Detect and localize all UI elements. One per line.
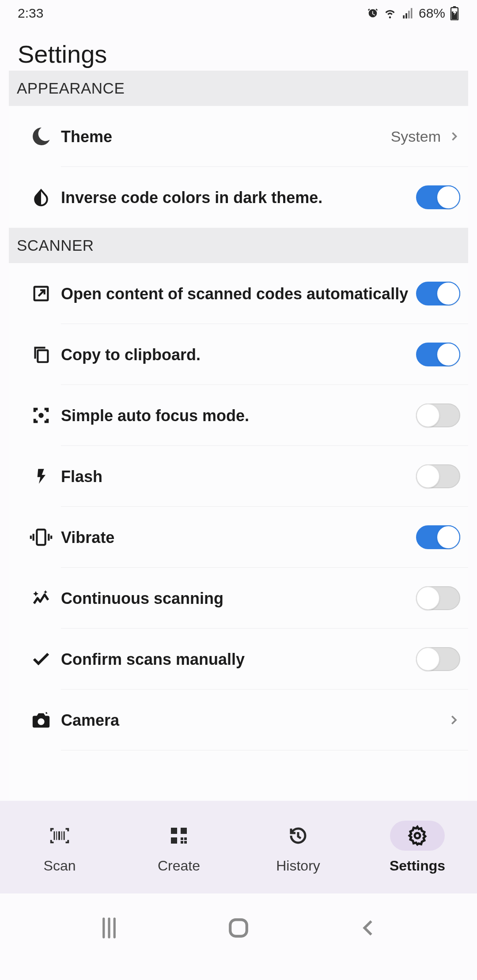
setting-simple-focus[interactable]: Simple auto focus mode. <box>9 385 468 446</box>
section-scanner: SCANNER <box>9 228 468 263</box>
home-icon <box>227 917 250 939</box>
nav-settings-label: Settings <box>390 858 445 874</box>
nav-scan[interactable]: Scan <box>0 801 119 893</box>
vibrate-toggle[interactable] <box>416 525 460 549</box>
setting-open-auto[interactable]: Open content of scanned codes automatica… <box>9 263 468 324</box>
camera-label: Camera <box>61 710 447 730</box>
svg-point-6 <box>39 720 43 724</box>
copy-toggle[interactable] <box>416 343 460 366</box>
wifi-icon <box>383 7 397 19</box>
chevron-right-icon <box>448 130 460 143</box>
nav-history-label: History <box>276 858 320 874</box>
svg-rect-8 <box>181 828 187 834</box>
camera-icon <box>21 710 61 730</box>
vibrate-icon <box>21 527 61 548</box>
alarm-icon <box>367 7 379 19</box>
svg-rect-12 <box>181 841 183 844</box>
open-external-icon <box>21 283 61 304</box>
open-auto-toggle[interactable] <box>416 282 460 305</box>
theme-value: System <box>391 128 441 145</box>
copy-label: Copy to clipboard. <box>61 345 416 365</box>
flash-toggle[interactable] <box>416 464 460 488</box>
nav-create-label: Create <box>158 858 200 874</box>
chevron-right-icon <box>447 713 460 727</box>
back-button[interactable] <box>350 910 386 946</box>
svg-rect-1 <box>453 6 456 8</box>
setting-inverse-colors[interactable]: Inverse code colors in dark theme. <box>9 167 468 228</box>
continuous-label: Continuous scanning <box>61 588 416 608</box>
battery-icon <box>450 6 459 20</box>
vibrate-label: Vibrate <box>61 528 416 547</box>
recents-icon <box>100 917 118 939</box>
flash-label: Flash <box>61 467 416 486</box>
simple-focus-toggle[interactable] <box>416 403 460 427</box>
setting-vibrate[interactable]: Vibrate <box>9 507 468 568</box>
continuous-toggle[interactable] <box>416 586 460 610</box>
copy-icon <box>21 344 61 365</box>
setting-confirm[interactable]: Confirm scans manually <box>9 629 468 690</box>
moon-icon <box>21 126 61 147</box>
nav-settings[interactable]: Settings <box>358 801 477 893</box>
signal-icon <box>401 7 414 19</box>
system-nav-bar <box>0 893 477 980</box>
svg-rect-18 <box>230 920 247 936</box>
svg-rect-11 <box>184 837 187 840</box>
status-time: 2:33 <box>18 6 43 21</box>
home-button[interactable] <box>221 910 256 946</box>
svg-rect-13 <box>184 841 187 844</box>
svg-point-14 <box>415 833 420 838</box>
check-icon <box>21 648 61 670</box>
confirm-label: Confirm scans manually <box>61 649 416 669</box>
open-auto-label: Open content of scanned codes automatica… <box>61 284 416 304</box>
back-icon <box>358 918 378 938</box>
setting-camera[interactable]: Camera <box>9 690 468 750</box>
scan-icon <box>48 825 72 846</box>
setting-copy-clipboard[interactable]: Copy to clipboard. <box>9 324 468 385</box>
svg-rect-7 <box>171 828 177 834</box>
bottom-nav: Scan Create History Settings <box>0 801 477 893</box>
setting-flash[interactable]: Flash <box>9 446 468 507</box>
setting-theme[interactable]: Theme System <box>9 106 468 167</box>
theme-label: Theme <box>61 127 391 147</box>
nav-history[interactable]: History <box>238 801 358 893</box>
svg-rect-10 <box>181 837 183 840</box>
recents-button[interactable] <box>91 910 127 946</box>
settings-content: APPEARANCE Theme System Inverse code col… <box>9 71 468 801</box>
gear-icon <box>407 825 428 846</box>
nav-scan-label: Scan <box>44 858 76 874</box>
status-indicators: 68% <box>367 6 459 21</box>
create-icon <box>168 825 189 846</box>
sparkle-chart-icon <box>21 588 61 609</box>
simple-focus-label: Simple auto focus mode. <box>61 406 416 426</box>
confirm-toggle[interactable] <box>416 647 460 671</box>
nav-create[interactable]: Create <box>119 801 238 893</box>
battery-text: 68% <box>419 6 445 21</box>
history-icon <box>288 825 309 846</box>
svg-rect-9 <box>171 837 177 844</box>
flash-icon <box>21 466 61 487</box>
svg-rect-5 <box>37 530 45 545</box>
section-appearance: APPEARANCE <box>9 71 468 106</box>
svg-rect-4 <box>38 350 48 362</box>
inverse-toggle[interactable] <box>416 185 460 209</box>
setting-continuous[interactable]: Continuous scanning <box>9 568 468 629</box>
status-bar: 2:33 68% <box>0 0 477 26</box>
invert-icon <box>21 188 61 207</box>
inverse-label: Inverse code colors in dark theme. <box>61 188 416 207</box>
focus-icon <box>21 405 61 426</box>
